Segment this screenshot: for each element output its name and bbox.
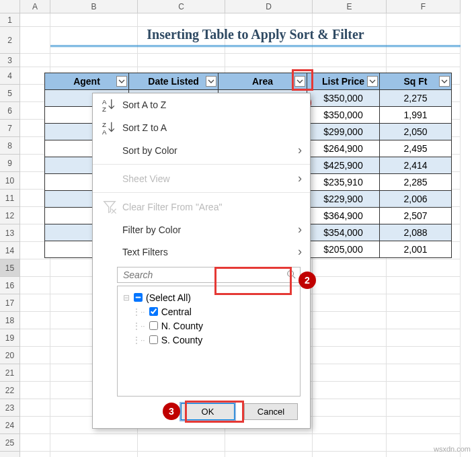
filter-button[interactable] [367, 76, 378, 87]
tree-line-icon: ⋮·· [132, 307, 145, 317]
row-header-25[interactable]: 25 [0, 434, 20, 452]
tree-item[interactable]: ⋮··Central [123, 304, 294, 319]
sheet-view-label: Sheet View [122, 173, 170, 184]
col-header-c[interactable]: C [138, 0, 225, 13]
row-header-12[interactable]: 12 [0, 207, 20, 224]
filter-values-tree[interactable]: ⊟ (Select All) ⋮··Central⋮··N. County⋮··… [117, 286, 301, 397]
column-headers: A B C D E F [0, 0, 461, 13]
select-all-checkbox[interactable] [134, 293, 143, 302]
table-header-list-price[interactable]: List Price [307, 73, 380, 90]
row-header-13[interactable]: 13 [0, 224, 20, 242]
row-header-18[interactable]: 18 [0, 312, 20, 329]
row-header-24[interactable]: 24 [0, 417, 20, 434]
row-header-8[interactable]: 8 [0, 137, 20, 155]
table-cell[interactable]: $350,000 [307, 90, 380, 107]
filter-search-box[interactable] [117, 267, 301, 283]
table-cell[interactable]: 2,507 [380, 208, 452, 224]
table-cell[interactable]: $229,900 [307, 191, 380, 208]
col-header-b[interactable]: B [50, 0, 138, 13]
tree-select-all[interactable]: ⊟ (Select All) [123, 290, 294, 304]
tree-item-label: Central [161, 306, 192, 317]
text-filters-label: Text Filters [122, 247, 168, 257]
filter-button[interactable] [116, 76, 127, 87]
row-header-19[interactable]: 19 [0, 329, 20, 347]
sort-by-color-item[interactable]: Sort by Color [93, 139, 310, 161]
table-cell[interactable]: $299,000 [307, 124, 380, 140]
select-all-label: (Select All) [146, 292, 191, 303]
tree-toggle-icon[interactable]: ⊟ [123, 293, 130, 302]
row-header-5[interactable]: 5 [0, 85, 20, 102]
filter-button[interactable] [439, 76, 450, 87]
row-header-21[interactable]: 21 [0, 364, 20, 382]
col-header-d[interactable]: D [225, 0, 313, 13]
col-header-f[interactable]: F [387, 0, 461, 13]
row-header-7[interactable]: 7 [0, 120, 20, 137]
table-cell[interactable]: 2,275 [380, 90, 452, 107]
table-cell[interactable]: 2,006 [380, 191, 452, 208]
row-header-3[interactable]: 3 [0, 54, 20, 67]
filter-by-color-item[interactable]: Filter by Color [93, 218, 310, 241]
row-header-16[interactable]: 16 [0, 277, 20, 294]
row-header-20[interactable]: 20 [0, 347, 20, 364]
table-cell[interactable]: $235,910 [307, 174, 380, 191]
search-icon [286, 269, 296, 281]
tree-item-checkbox[interactable] [149, 335, 158, 344]
table-header-date-listed[interactable]: Date Listed [129, 73, 219, 90]
sort-az-item[interactable]: AZ Sort A to Z [93, 93, 310, 116]
table-header-sq-ft[interactable]: Sq Ft [380, 73, 452, 90]
table-cell[interactable]: $354,000 [307, 224, 380, 241]
table-header-agent[interactable]: Agent [45, 73, 129, 90]
cancel-button[interactable]: Cancel [244, 403, 298, 420]
svg-line-7 [293, 276, 296, 278]
table-cell[interactable]: $205,000 [307, 241, 380, 258]
table-header-area[interactable]: Area [219, 73, 307, 90]
tree-item-checkbox[interactable] [149, 307, 158, 316]
table-cell[interactable]: 2,001 [380, 241, 452, 258]
select-all-corner[interactable] [0, 0, 20, 13]
table-cell[interactable]: 2,495 [380, 140, 452, 157]
row-header-17[interactable]: 17 [0, 294, 20, 312]
table-header-label: Date Listed [148, 76, 198, 87]
row-headers: 1234567891011121314151617181920212223242… [0, 13, 20, 457]
sort-za-item[interactable]: ZA Sort Z to A [93, 116, 310, 139]
row-header-1[interactable]: 1 [0, 13, 20, 27]
table-cell[interactable]: 2,050 [380, 124, 452, 140]
tree-line-icon: ⋮·· [132, 335, 145, 345]
row-header-26[interactable]: 26 [0, 452, 20, 457]
col-header-a[interactable]: A [20, 0, 50, 13]
svg-text:Z: Z [102, 106, 106, 112]
row-header-10[interactable]: 10 [0, 172, 20, 190]
text-filters-item[interactable]: Text Filters [93, 241, 310, 263]
tree-item[interactable]: ⋮··S. County [123, 333, 294, 347]
table-header-label: Sq Ft [404, 76, 428, 87]
ok-button[interactable]: OK [181, 403, 235, 420]
table-cell[interactable]: $425,900 [307, 157, 380, 174]
row-header-23[interactable]: 23 [0, 399, 20, 417]
table-cell[interactable]: 2,414 [380, 157, 452, 174]
table-cell[interactable]: $350,000 [307, 107, 380, 124]
row-header-4[interactable]: 4 [0, 67, 20, 85]
table-cell[interactable]: 2,285 [380, 174, 452, 191]
table-cell[interactable]: 1,991 [380, 107, 452, 124]
tree-item-label: S. County [161, 335, 202, 345]
filter-button[interactable] [206, 76, 216, 87]
tree-item-checkbox[interactable] [149, 321, 158, 330]
row-header-14[interactable]: 14 [0, 242, 20, 259]
row-header-11[interactable]: 11 [0, 190, 20, 207]
col-header-e[interactable]: E [313, 0, 387, 13]
clear-filter-icon [102, 200, 117, 214]
table-header-label: List Price [322, 76, 364, 87]
filter-button[interactable] [294, 76, 305, 87]
tree-item-label: N. County [161, 321, 203, 331]
row-header-6[interactable]: 6 [0, 102, 20, 120]
row-header-22[interactable]: 22 [0, 382, 20, 399]
row-header-2[interactable]: 2 [0, 27, 20, 54]
table-cell[interactable]: $264,900 [307, 140, 380, 157]
tree-item[interactable]: ⋮··N. County [123, 319, 294, 333]
svg-text:A: A [102, 98, 107, 106]
table-cell[interactable]: 2,088 [380, 224, 452, 241]
table-cell[interactable]: $364,900 [307, 208, 380, 224]
row-header-15[interactable]: 15 [0, 259, 20, 277]
filter-search-input[interactable] [122, 269, 286, 281]
row-header-9[interactable]: 9 [0, 155, 20, 172]
